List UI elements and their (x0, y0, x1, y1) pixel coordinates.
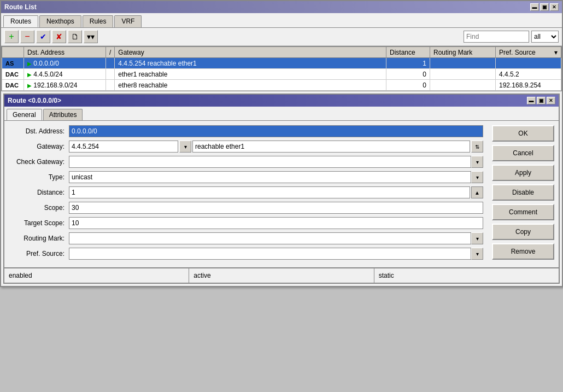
row-routing-mark (430, 69, 496, 80)
row-routing-mark (430, 58, 496, 69)
gateway-dropdown-button[interactable]: ▾ (179, 141, 191, 153)
route-tab-attributes[interactable]: Attributes (43, 109, 83, 120)
routing-mark-input[interactable] (69, 232, 471, 244)
row-type: DAC (2, 80, 24, 91)
status-bar: enabled active static (4, 267, 559, 283)
row-type: AS (2, 58, 24, 69)
col-dst[interactable]: Dst. Address (24, 47, 106, 58)
pref-source-label: Pref. Source: (9, 250, 69, 258)
find-input[interactable] (464, 31, 529, 43)
target-scope-row: Target Scope: (9, 217, 483, 229)
route-tabs-row: General Attributes (4, 107, 559, 121)
row-sep (106, 80, 115, 91)
tab-vrf[interactable]: VRF (114, 15, 142, 27)
title-bar-buttons: ▬ ▣ ✕ (530, 3, 559, 11)
check-gateway-row: Check Gateway: ▾ (9, 156, 483, 168)
route-minimize-button[interactable]: ▬ (527, 97, 536, 104)
route-close-button[interactable]: ✕ (547, 97, 555, 104)
row-distance: 1 (386, 58, 430, 69)
target-scope-label: Target Scope: (9, 219, 69, 227)
row-gateway: ether1 reachable (115, 69, 386, 80)
copy-button[interactable]: Copy (492, 224, 554, 240)
check-gateway-dropdown-button[interactable]: ▾ (471, 156, 483, 168)
route-list-window: Route List ▬ ▣ ✕ Routes Nexthops Rules V… (0, 0, 563, 287)
col-sep: / (106, 47, 115, 58)
col-gateway[interactable]: Gateway (115, 47, 386, 58)
row-gateway: ether8 reachable (115, 80, 386, 91)
apply-button[interactable]: Apply (492, 165, 554, 181)
dst-address-label: Dst. Address: (9, 127, 69, 135)
comment-button[interactable]: Comment (492, 204, 554, 220)
gateway-right-input[interactable] (192, 141, 470, 153)
gateway-updown-button[interactable]: ⇅ (471, 141, 483, 153)
toolbar: + − ✔ ✘ 🗋 ▾▾ all (1, 28, 562, 46)
ok-button[interactable]: OK (492, 125, 554, 142)
routing-mark-inputs: ▾ (69, 232, 483, 244)
routing-mark-label: Routing Mark: (9, 235, 69, 242)
route-detail-title-bar: Route <0.0.0.0/0> ▬ ▣ ✕ (4, 95, 559, 107)
gateway-inputs: ▾ ⇅ (69, 141, 483, 153)
gateway-row: Gateway: ▾ ⇅ (9, 141, 483, 153)
table-row[interactable]: AS ▶ 0.0.0.0/0 4.4.5.254 reachable ether… (2, 58, 561, 69)
distance-up-button[interactable]: ▲ (471, 186, 483, 198)
maximize-button[interactable]: ▣ (540, 3, 549, 11)
gateway-label: Gateway: (9, 143, 69, 150)
row-dst: ▶ 0.0.0.0/0 (24, 58, 106, 69)
tab-nexthops[interactable]: Nexthops (39, 15, 81, 27)
check-gateway-input[interactable] (69, 156, 471, 168)
pref-source-input[interactable] (69, 248, 471, 260)
target-scope-input[interactable] (69, 217, 483, 229)
find-section: all (464, 31, 559, 43)
row-dst: ▶ 192.168.9.0/24 (24, 80, 106, 91)
minimize-button[interactable]: ▬ (530, 3, 539, 11)
disable-button[interactable]: ✘ (52, 30, 66, 43)
row-distance: 0 (386, 69, 430, 80)
tab-routes[interactable]: Routes (3, 15, 38, 27)
routing-mark-dropdown-button[interactable]: ▾ (471, 232, 483, 244)
close-button[interactable]: ✕ (550, 3, 559, 11)
route-table: Dst. Address / Gateway Distance Routing … (2, 46, 561, 91)
enable-button[interactable]: ✔ (36, 30, 50, 43)
row-pref-source: 4.4.5.2 (496, 69, 561, 80)
filter-button[interactable]: ▾▾ (84, 30, 98, 43)
table-row[interactable]: DAC ▶ 192.168.9.0/24 ether8 reachable 0 … (2, 80, 561, 91)
col-type (2, 47, 24, 58)
check-gateway-inputs: ▾ (69, 156, 483, 168)
add-button[interactable]: + (4, 30, 19, 43)
type-label: Type: (9, 173, 69, 181)
route-detail-title: Route <0.0.0.0/0> (8, 97, 61, 104)
disable-button[interactable]: Disable (492, 184, 554, 201)
type-input[interactable] (69, 171, 471, 183)
row-routing-mark (430, 80, 496, 91)
title-bar: Route List ▬ ▣ ✕ (1, 1, 562, 13)
scope-input[interactable] (69, 202, 483, 214)
col-pref-source[interactable]: Pref. Source ▾ (496, 47, 561, 58)
buttons-panel: OK Cancel Apply Disable Comment Copy Rem… (488, 121, 559, 267)
routing-mark-row: Routing Mark: ▾ (9, 232, 483, 244)
pref-source-dropdown-button[interactable]: ▾ (471, 248, 483, 260)
route-maximize-button[interactable]: ▣ (537, 97, 546, 104)
cancel-button[interactable]: Cancel (492, 145, 554, 161)
gateway-left-input[interactable] (69, 141, 178, 153)
remove-button[interactable]: Remove (492, 243, 554, 260)
distance-input[interactable] (69, 186, 470, 198)
row-pref-source: 192.168.9.254 (496, 80, 561, 91)
dst-address-input[interactable] (69, 125, 483, 137)
copy-button[interactable]: 🗋 (68, 30, 82, 43)
find-filter-select[interactable]: all (531, 31, 559, 43)
col-routing-mark[interactable]: Routing Mark (430, 47, 496, 58)
distance-label: Distance: (9, 189, 69, 196)
check-gateway-label: Check Gateway: (9, 158, 69, 166)
pref-source-row: Pref. Source: ▾ (9, 248, 483, 260)
status-active: active (189, 268, 374, 283)
row-pref-source (496, 58, 561, 69)
route-tab-general[interactable]: General (7, 109, 42, 120)
tab-rules[interactable]: Rules (83, 15, 114, 27)
scope-label: Scope: (9, 204, 69, 212)
remove-button[interactable]: − (20, 30, 34, 43)
col-distance[interactable]: Distance (386, 47, 430, 58)
status-enabled: enabled (4, 268, 189, 283)
table-row[interactable]: DAC ▶ 4.4.5.0/24 ether1 reachable 0 4.4.… (2, 69, 561, 80)
type-inputs: ▾ (69, 171, 483, 183)
type-dropdown-button[interactable]: ▾ (471, 171, 483, 183)
